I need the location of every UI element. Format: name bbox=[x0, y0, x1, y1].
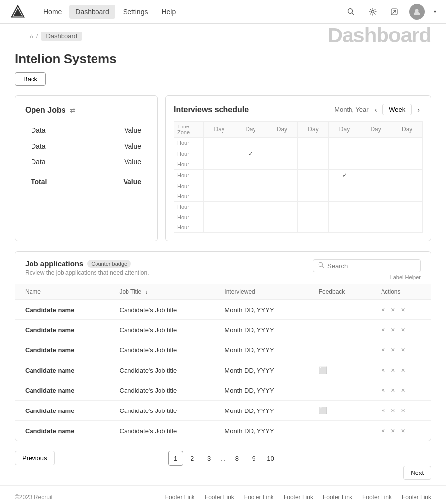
search-input[interactable] bbox=[327, 262, 415, 270]
feedback-icon[interactable]: ⬜ bbox=[319, 366, 327, 374]
footer-link-5[interactable]: Footer Link bbox=[362, 494, 392, 501]
feedback-icon[interactable]: ⬜ bbox=[319, 407, 327, 414]
open-jobs-card: Open Jobs ⇄ Data Value Data Value Data V… bbox=[15, 95, 158, 241]
feedback-cell: ⬜ bbox=[309, 401, 371, 421]
next-button[interactable]: Next bbox=[403, 466, 431, 480]
gear-icon[interactable] bbox=[366, 5, 380, 19]
navbar-right: ▾ bbox=[344, 4, 436, 20]
action-icon-1[interactable]: × bbox=[391, 366, 395, 374]
avatar[interactable] bbox=[409, 4, 425, 20]
action-icon-0[interactable]: × bbox=[381, 427, 385, 435]
nav-dashboard[interactable]: Dashboard bbox=[69, 5, 115, 19]
feedback-cell bbox=[309, 340, 371, 360]
action-icon-2[interactable]: × bbox=[401, 386, 405, 394]
schedule-cell bbox=[360, 148, 391, 159]
table-row: Data Value bbox=[25, 123, 147, 138]
action-icon-0[interactable]: × bbox=[381, 306, 385, 314]
page-1[interactable]: 1 bbox=[168, 451, 183, 466]
data-label: Data bbox=[25, 123, 84, 138]
page-8[interactable]: 8 bbox=[229, 451, 244, 466]
action-icon-1[interactable]: × bbox=[391, 306, 395, 314]
footer-link-1[interactable]: Footer Link bbox=[205, 494, 234, 501]
footer-link-4[interactable]: Footer Link bbox=[323, 494, 352, 501]
nav-settings[interactable]: Settings bbox=[117, 5, 154, 19]
schedule-cell bbox=[297, 191, 329, 202]
breadcrumb-home-icon[interactable]: ⌂ bbox=[30, 32, 33, 40]
action-icon-2[interactable]: × bbox=[401, 407, 405, 414]
col-name: Name bbox=[15, 284, 110, 300]
schedule-cell bbox=[266, 148, 298, 159]
schedule-cell bbox=[297, 212, 329, 222]
action-icon-0[interactable]: × bbox=[381, 366, 385, 374]
schedule-row: Hour bbox=[174, 222, 423, 233]
action-icon-1[interactable]: × bbox=[391, 427, 395, 435]
schedule-row: Hour bbox=[174, 181, 423, 191]
candidate-job-title: Candidate's Job title bbox=[110, 380, 215, 401]
schedule-row: Hour✓ bbox=[174, 170, 423, 181]
table-row: Candidate nameCandidate's Job titleMonth… bbox=[15, 380, 431, 401]
schedule-cell bbox=[391, 181, 423, 191]
action-icon-1[interactable]: × bbox=[391, 407, 395, 414]
interviews-title: Interviews schedule bbox=[174, 105, 249, 114]
schedule-cell bbox=[204, 181, 235, 191]
schedule-row: Hour bbox=[174, 138, 423, 148]
action-icon-0[interactable]: × bbox=[381, 386, 385, 394]
back-button[interactable]: Back bbox=[15, 72, 46, 86]
schedule-cell bbox=[266, 138, 298, 148]
action-icon-0[interactable]: × bbox=[381, 326, 385, 334]
page-2[interactable]: 2 bbox=[185, 451, 200, 466]
footer-link-3[interactable]: Footer Link bbox=[284, 494, 313, 501]
action-icon-0[interactable]: × bbox=[381, 346, 385, 354]
nav-help[interactable]: Help bbox=[156, 5, 182, 19]
schedule-cell bbox=[235, 138, 266, 148]
schedule-cell bbox=[297, 222, 329, 233]
schedule-row: Hour bbox=[174, 159, 423, 170]
prev-week-button[interactable]: ‹ bbox=[372, 105, 380, 115]
page-9[interactable]: 9 bbox=[246, 451, 261, 466]
candidate-job-title: Candidate's Job title bbox=[110, 360, 215, 380]
schedule-cell bbox=[391, 212, 423, 222]
schedule-cell bbox=[266, 181, 298, 191]
action-icon-2[interactable]: × bbox=[401, 346, 405, 354]
logo[interactable] bbox=[10, 4, 26, 20]
jobs-card-title-area: Job applications Counter badge Review th… bbox=[25, 259, 313, 276]
schedule-row: Hour bbox=[174, 202, 423, 212]
actions-cell: ××× bbox=[371, 320, 431, 340]
action-icon-1[interactable]: × bbox=[391, 346, 395, 354]
action-icon-2[interactable]: × bbox=[401, 326, 405, 334]
nav-home[interactable]: Home bbox=[37, 5, 67, 19]
schedule-cell bbox=[297, 202, 329, 212]
action-icon-2[interactable]: × bbox=[401, 306, 405, 314]
week-button[interactable]: Week bbox=[382, 104, 412, 115]
feedback-cell bbox=[309, 421, 371, 441]
interviews-nav: Month, Year ‹ Week › bbox=[334, 104, 423, 115]
time-cell: Hour bbox=[174, 159, 204, 170]
action-icon-2[interactable]: × bbox=[401, 366, 405, 374]
action-icon-1[interactable]: × bbox=[391, 326, 395, 334]
action-icon-0[interactable]: × bbox=[381, 407, 385, 414]
prev-button[interactable]: Previous bbox=[15, 451, 55, 465]
col-feedback: Feedback bbox=[309, 284, 371, 300]
table-header-row: Name Job Title ↓ Interviewed Feedback Ac… bbox=[15, 284, 431, 300]
schedule-cell bbox=[391, 191, 423, 202]
footer-link-0[interactable]: Footer Link bbox=[165, 494, 195, 501]
widgets-row: Open Jobs ⇄ Data Value Data Value Data V… bbox=[15, 95, 431, 241]
export-icon[interactable] bbox=[387, 5, 401, 19]
schedule-cell bbox=[235, 222, 266, 233]
next-week-button[interactable]: › bbox=[414, 105, 423, 115]
feedback-cell bbox=[309, 380, 371, 401]
action-icon-1[interactable]: × bbox=[391, 386, 395, 394]
footer-link-2[interactable]: Footer Link bbox=[244, 494, 274, 501]
avatar-chevron-icon[interactable]: ▾ bbox=[434, 9, 436, 14]
day-header-4: Day bbox=[329, 122, 360, 138]
page-10[interactable]: 10 bbox=[263, 451, 278, 466]
action-icon-2[interactable]: × bbox=[401, 427, 405, 435]
schedule-cell bbox=[329, 212, 360, 222]
footer-link-6[interactable]: Footer Link bbox=[402, 494, 431, 501]
candidate-job-title: Candidate's Job title bbox=[110, 320, 215, 340]
page-3[interactable]: 3 bbox=[202, 451, 217, 466]
search-icon[interactable] bbox=[344, 5, 358, 19]
open-jobs-icon[interactable]: ⇄ bbox=[70, 106, 76, 114]
open-jobs-header: Open Jobs ⇄ bbox=[25, 106, 147, 115]
schedule-cell bbox=[266, 159, 298, 170]
